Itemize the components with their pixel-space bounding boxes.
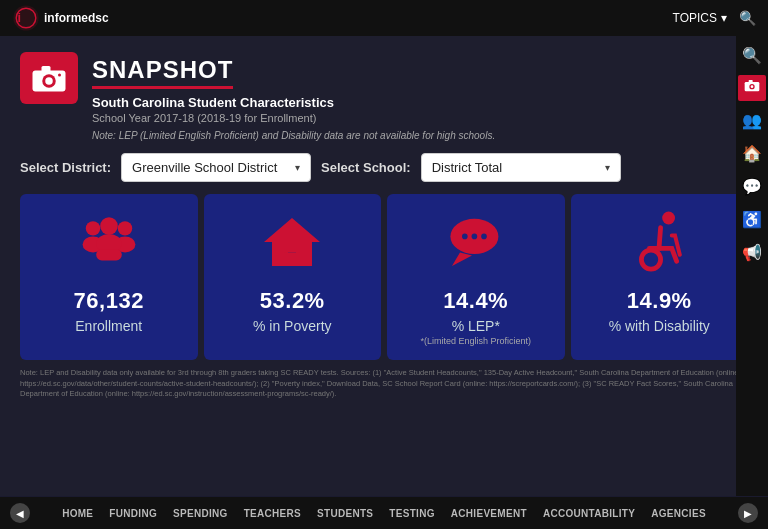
nav-next-arrow[interactable]: ▶ [738, 503, 758, 523]
main-content: SNAPSHOT South Carolina Student Characte… [0, 36, 768, 496]
svg-point-10 [118, 221, 132, 235]
logo-area: i informedsc [12, 4, 109, 32]
bottom-nav-items: HOME FUNDING SPENDING TEACHERS STUDENTS … [62, 508, 706, 519]
poverty-label: % in Poverty [253, 318, 332, 334]
svg-point-21 [481, 234, 487, 240]
bottom-nav: ◀ HOME FUNDING SPENDING TEACHERS STUDENT… [0, 497, 768, 529]
lep-label: % LEP* [452, 318, 500, 334]
district-dropdown[interactable]: Greenville School District ▾ [121, 153, 311, 182]
note-text: Note: LEP (Limited English Proficient) a… [92, 130, 495, 141]
lep-card: 14.4% % LEP* *(Limited English Proficien… [387, 194, 565, 360]
logo-text: informedsc [44, 11, 109, 25]
people-sidebar-icon[interactable]: 👥 [738, 107, 766, 134]
selectors-row: Select District: Greenville School Distr… [20, 153, 748, 182]
arrow-left-icon[interactable]: ◀ [10, 503, 30, 523]
svg-point-26 [751, 85, 754, 88]
district-label: Select District: [20, 160, 111, 175]
lep-sublabel: *(Limited English Proficient) [420, 336, 531, 346]
poverty-card: 53.2% % in Poverty [204, 194, 382, 360]
svg-point-5 [45, 77, 53, 85]
nav-prev-arrow[interactable]: ◀ [10, 503, 30, 523]
megaphone-sidebar-icon[interactable]: 📢 [738, 239, 766, 266]
arrow-right-icon[interactable]: ▶ [738, 503, 758, 523]
school-label: Select School: [321, 160, 411, 175]
nav-testing[interactable]: TESTING [389, 508, 434, 519]
people-icon [77, 210, 141, 282]
chat-icon [444, 210, 508, 282]
disability-value: 14.9% [627, 288, 692, 314]
svg-point-22 [662, 212, 675, 225]
top-nav: i informedsc TOPICS ▾ 🔍 [0, 0, 768, 36]
disability-label: % with Disability [609, 318, 710, 334]
nav-home[interactable]: HOME [62, 508, 93, 519]
svg-point-12 [100, 217, 118, 235]
chat-sidebar-icon[interactable]: 💬 [738, 173, 766, 200]
nav-accountability[interactable]: ACCOUNTABILITY [543, 508, 635, 519]
svg-point-19 [462, 234, 468, 240]
nav-achievement[interactable]: ACHIEVEMENT [451, 508, 527, 519]
home-sidebar-icon[interactable]: 🏠 [738, 140, 766, 167]
wheelchair-sidebar-icon[interactable]: ♿ [738, 206, 766, 233]
svg-rect-6 [42, 66, 51, 72]
camera-sidebar-icon[interactable] [738, 75, 766, 101]
camera-icon [31, 63, 67, 93]
svg-rect-27 [749, 80, 753, 83]
disability-card: 14.9% % with Disability [571, 194, 749, 360]
school-dropdown[interactable]: District Total ▾ [421, 153, 621, 182]
logo-icon: i [12, 4, 40, 32]
footnote: Note: LEP and Disability data only avail… [20, 368, 748, 400]
nav-funding[interactable]: FUNDING [109, 508, 157, 519]
cards-row: 76,132 Enrollment 53.2% % in Poverty [20, 194, 748, 360]
svg-point-8 [86, 221, 100, 235]
camera-icon-box [20, 52, 78, 104]
search-sidebar-icon[interactable]: 🔍 [738, 42, 766, 69]
search-icon[interactable]: 🔍 [739, 10, 756, 26]
nav-spending[interactable]: SPENDING [173, 508, 228, 519]
svg-point-20 [471, 234, 477, 240]
svg-rect-14 [96, 249, 122, 260]
snapshot-header: SNAPSHOT South Carolina Student Characte… [20, 52, 748, 141]
right-sidebar: 🔍 👥 🏠 💬 ♿ 📢 [736, 36, 768, 496]
snapshot-title-area: SNAPSHOT South Carolina Student Characte… [92, 52, 495, 141]
svg-marker-18 [452, 252, 472, 266]
wheelchair-icon [627, 210, 691, 282]
enrollment-label: Enrollment [75, 318, 142, 334]
chevron-down-icon: ▾ [721, 11, 727, 25]
subtitle-year: School Year 2017-18 (2018-19 for Enrollm… [92, 112, 495, 124]
page-title: SNAPSHOT [92, 56, 233, 89]
nav-students[interactable]: STUDENTS [317, 508, 373, 519]
nav-right: TOPICS ▾ 🔍 [673, 10, 756, 26]
svg-rect-16 [284, 252, 300, 266]
subtitle-main: South Carolina Student Characteristics [92, 95, 495, 110]
chevron-down-icon: ▾ [605, 162, 610, 173]
poverty-value: 53.2% [260, 288, 325, 314]
nav-agencies[interactable]: AGENCIES [651, 508, 706, 519]
topics-button[interactable]: TOPICS ▾ [673, 11, 727, 25]
house-icon [260, 210, 324, 282]
nav-teachers[interactable]: TEACHERS [244, 508, 301, 519]
enrollment-card: 76,132 Enrollment [20, 194, 198, 360]
svg-point-7 [58, 74, 61, 77]
lep-value: 14.4% [443, 288, 508, 314]
chevron-down-icon: ▾ [295, 162, 300, 173]
svg-point-23 [642, 250, 661, 269]
enrollment-value: 76,132 [74, 288, 144, 314]
